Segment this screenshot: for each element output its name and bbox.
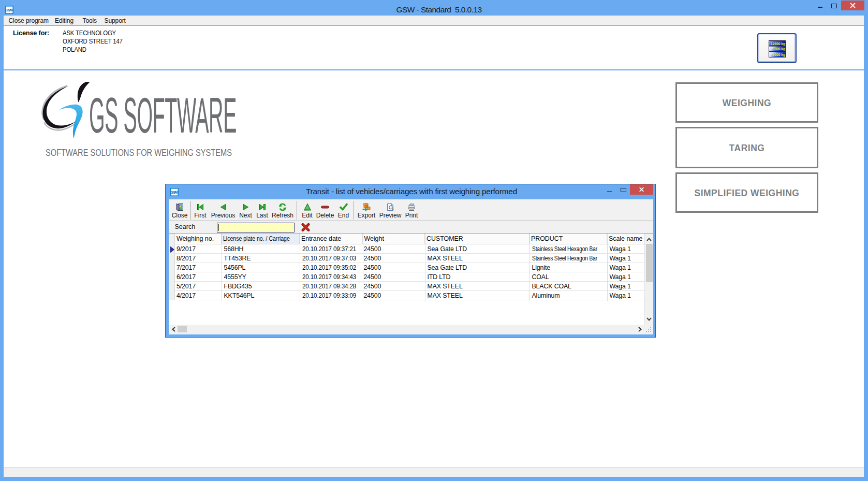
svg-text:9500 kg: 9500 kg	[772, 53, 785, 57]
svg-text:12600 kg: 12600 kg	[771, 41, 785, 46]
svg-text:SOFTWARE SOLUTIONS FOR WEIGHIN: SOFTWARE SOLUTIONS FOR WEIGHING SYSTEMS	[46, 148, 232, 158]
svg-text:GS SOFTWARE: GS SOFTWARE	[89, 87, 237, 143]
svg-text:800 kg: 800 kg	[774, 47, 785, 51]
